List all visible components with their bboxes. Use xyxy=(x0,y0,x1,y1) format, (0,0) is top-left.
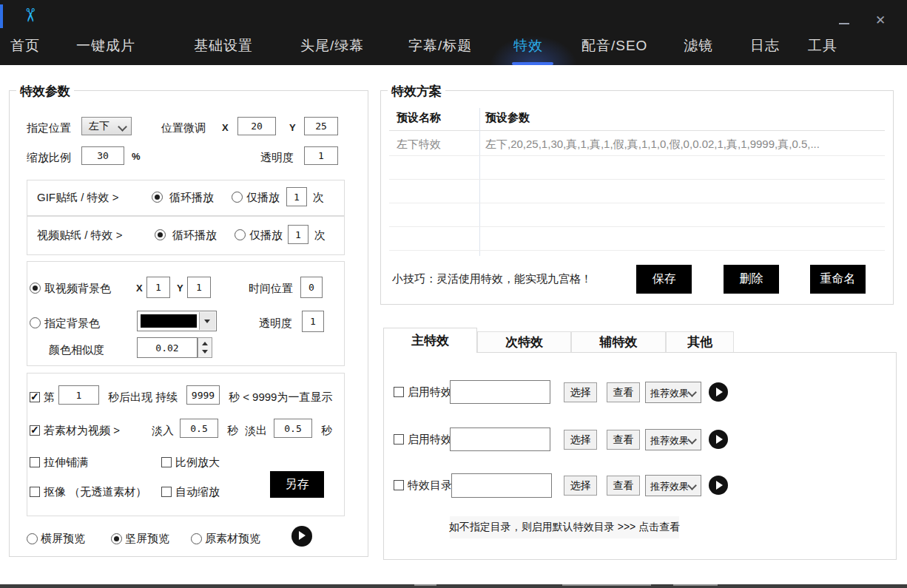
top-nav-bar: ✂ 首页 一键成片 基础设置 头尾/绿幕 字幕/标题 特效 配音/SEO 滤镜 … xyxy=(0,0,907,65)
bg-x-input[interactable] xyxy=(146,277,170,298)
bg-color-dropdown[interactable] xyxy=(137,311,217,331)
default-dir-hint[interactable]: 如不指定目录，则启用默认特效目录 >>> 点击查看 xyxy=(450,516,679,538)
bottom-bar-mark xyxy=(673,584,718,586)
video-play-count-input[interactable] xyxy=(288,225,308,244)
gif-loop-radio[interactable] xyxy=(152,192,163,203)
preset-row-params[interactable]: 左下,20,25,1,30,真,1,真,1,假,真,1,1,0,假,0,0.02… xyxy=(485,138,820,152)
effect2-play-button[interactable] xyxy=(709,430,728,449)
effect-dir3-preset-dropdown[interactable]: 推荐效果 xyxy=(645,475,701,496)
tab-other[interactable]: 其他 xyxy=(666,331,734,352)
nav-item-log[interactable]: 日志 xyxy=(750,36,780,55)
scheme-tip-text: 小技巧：灵活使用特效，能实现九宫格！ xyxy=(392,272,592,286)
gif-count-unit-label: 次 xyxy=(313,191,324,205)
video-loop-radio[interactable] xyxy=(155,229,166,240)
preset-name-header: 预设名称 xyxy=(397,111,441,125)
duration-input[interactable] xyxy=(186,385,220,405)
effect1-play-button[interactable] xyxy=(709,382,728,402)
video-sticker-label: 视频贴纸 / 特效 > xyxy=(37,229,122,243)
nav-item-dubbing[interactable]: 配音/SEO xyxy=(581,36,647,55)
scale-unit-label: % xyxy=(132,151,141,162)
nav-item-onekey[interactable]: 一键成片 xyxy=(76,36,135,55)
fade-out-unit-label: 秒 xyxy=(321,424,332,438)
fade-label: 若素材为视频 > xyxy=(44,424,120,438)
preview-play-button[interactable] xyxy=(291,526,312,547)
bg-opacity-input[interactable] xyxy=(302,311,324,332)
effect-dir3-view-button[interactable]: 查看 xyxy=(607,476,640,496)
landscape-preview-label: 横屏预览 xyxy=(41,532,85,546)
portrait-preview-radio[interactable] xyxy=(111,533,122,544)
nav-item-tools[interactable]: 工具 xyxy=(808,36,837,55)
position-label: 指定位置 xyxy=(27,121,71,135)
fade-in-unit-label: 秒 xyxy=(227,424,238,438)
effect-dir3-path-input[interactable] xyxy=(451,473,552,498)
nav-item-filter[interactable]: 滤镜 xyxy=(684,36,713,55)
fine-y-input[interactable] xyxy=(304,117,338,135)
color-swatch-black xyxy=(141,314,197,328)
fade-checkbox[interactable] xyxy=(30,425,40,436)
effect1-view-button[interactable]: 查看 xyxy=(607,382,640,402)
save-scheme-button[interactable]: 保存 xyxy=(636,265,692,294)
preset-row-name[interactable]: 左下特效 xyxy=(397,138,441,152)
effect1-preset-dropdown[interactable]: 推荐效果 xyxy=(645,382,701,403)
pick-video-bg-label: 取视频背景色 xyxy=(44,282,111,296)
effect-dir3-play-button[interactable] xyxy=(709,476,728,495)
custom-bg-radio[interactable] xyxy=(30,317,41,328)
corner-accent xyxy=(0,4,3,28)
position-dropdown[interactable]: 左下 xyxy=(81,117,132,135)
pick-video-bg-radio[interactable] xyxy=(30,283,41,294)
table-row-line xyxy=(389,203,885,203)
color-dropdown-button[interactable] xyxy=(199,312,215,330)
nav-item-subtitle[interactable]: 字幕/标题 xyxy=(408,36,472,55)
delete-scheme-button[interactable]: 删除 xyxy=(724,265,779,294)
enable-effect1-checkbox[interactable] xyxy=(394,387,404,397)
tab-auxiliary-effect[interactable]: 辅特效 xyxy=(571,331,666,352)
effect2-view-button[interactable]: 查看 xyxy=(607,430,640,450)
fade-out-input[interactable] xyxy=(274,419,312,438)
enable-effect2-checkbox[interactable] xyxy=(394,434,404,445)
autoscale-checkbox[interactable] xyxy=(161,487,172,497)
time-position-input[interactable] xyxy=(300,277,323,298)
gif-once-radio[interactable] xyxy=(232,192,243,203)
rename-scheme-button[interactable]: 重命名 xyxy=(810,265,866,294)
table-column-divider xyxy=(479,108,480,256)
video-loop-label: 循环播放 xyxy=(172,229,217,243)
effect1-select-button[interactable]: 选择 xyxy=(564,382,597,402)
original-preview-radio[interactable] xyxy=(191,533,202,544)
close-button[interactable]: ✕ xyxy=(871,11,889,29)
effect2-path-input[interactable] xyxy=(450,428,550,451)
landscape-preview-radio[interactable] xyxy=(27,533,38,544)
color-similarity-label: 颜色相似度 xyxy=(49,343,104,357)
tab-secondary-effect[interactable]: 次特效 xyxy=(477,331,571,352)
appear-seconds-input[interactable] xyxy=(58,385,99,405)
color-similarity-spinner[interactable] xyxy=(198,337,212,358)
nav-item-home[interactable]: 首页 xyxy=(10,36,40,55)
scale-input[interactable] xyxy=(81,146,124,165)
effect2-preset-dropdown[interactable]: 推荐效果 xyxy=(645,429,701,450)
bg-y-input[interactable] xyxy=(187,277,211,298)
stretch-checkbox[interactable] xyxy=(30,457,40,467)
table-row-line xyxy=(389,155,885,156)
effect1-path-input[interactable] xyxy=(450,380,550,404)
custom-bg-label: 指定背景色 xyxy=(44,317,100,331)
minimize-button[interactable] xyxy=(836,16,852,31)
nav-item-effects[interactable]: 特效 xyxy=(513,36,543,55)
matte-checkbox[interactable] xyxy=(30,487,40,497)
effect-dir3-select-button[interactable]: 选择 xyxy=(564,476,597,496)
effect2-select-button[interactable]: 选择 xyxy=(564,430,597,450)
appear-checkbox[interactable] xyxy=(30,392,40,402)
fade-in-input[interactable] xyxy=(180,419,218,438)
zoom-checkbox[interactable] xyxy=(161,457,172,467)
video-once-radio[interactable] xyxy=(235,229,246,240)
nav-item-headtail[interactable]: 头尾/绿幕 xyxy=(300,36,364,55)
opacity-input[interactable] xyxy=(304,146,338,165)
effect-dir3-checkbox[interactable] xyxy=(394,480,404,490)
gif-play-count-input[interactable] xyxy=(286,187,307,206)
chevron-down-icon xyxy=(118,122,127,132)
tab-main-effect[interactable]: 主特效 xyxy=(383,328,477,353)
stretch-label: 拉伸铺满 xyxy=(44,456,88,470)
save-as-button[interactable]: 另存 xyxy=(270,471,324,498)
fine-x-input[interactable] xyxy=(237,117,276,135)
table-row-line xyxy=(389,250,885,251)
nav-item-settings[interactable]: 基础设置 xyxy=(194,36,253,55)
color-similarity-input[interactable] xyxy=(137,337,198,358)
